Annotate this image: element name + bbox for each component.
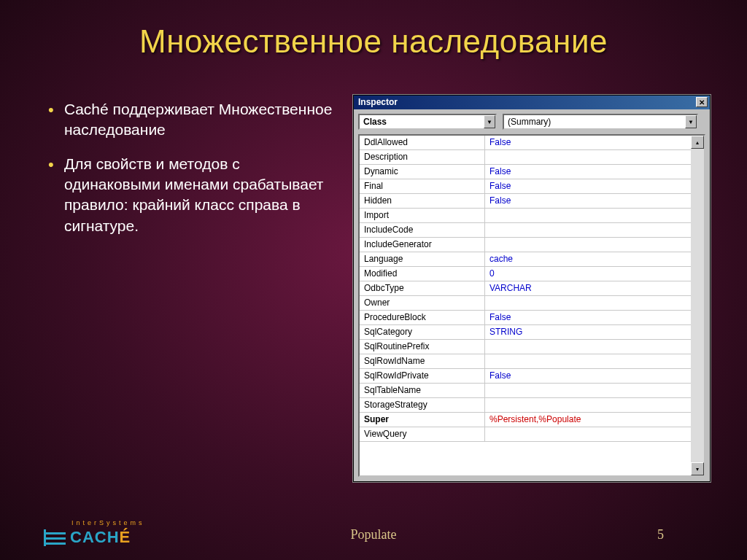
property-row[interactable]: SqlRowIdName bbox=[360, 354, 691, 369]
property-value bbox=[485, 354, 691, 368]
property-value: cache bbox=[485, 252, 691, 266]
cache-logo: InterSystems CACHÉ bbox=[44, 519, 145, 547]
property-row[interactable]: DdlAllowedFalse bbox=[360, 136, 691, 150]
property-key: Owner bbox=[360, 296, 485, 310]
bullet-item: Для свойств и методов с одинаковыми имен… bbox=[44, 154, 336, 236]
property-key: Super bbox=[360, 413, 485, 427]
property-key: OdbcType bbox=[360, 281, 485, 295]
logo-company: InterSystems bbox=[71, 519, 145, 526]
property-value bbox=[485, 340, 691, 354]
property-row[interactable]: DynamicFalse bbox=[360, 165, 691, 179]
property-value: %Persistent,%Populate bbox=[485, 413, 691, 427]
property-key: Final bbox=[360, 179, 485, 193]
property-row[interactable]: Languagecache bbox=[360, 252, 691, 267]
class-dropdown[interactable]: Class ▼ bbox=[358, 114, 497, 130]
property-row[interactable]: FinalFalse bbox=[360, 179, 691, 194]
class-dropdown-label: Class bbox=[360, 117, 484, 127]
property-value: False bbox=[485, 165, 691, 179]
property-value bbox=[485, 398, 691, 412]
property-value: False bbox=[485, 136, 691, 149]
property-row[interactable]: ProcedureBlockFalse bbox=[360, 311, 691, 325]
property-value bbox=[485, 209, 691, 222]
property-row[interactable]: Super%Persistent,%Populate bbox=[360, 413, 691, 427]
property-row[interactable]: SqlRowIdPrivateFalse bbox=[360, 369, 691, 384]
property-value: False bbox=[485, 369, 691, 383]
property-value: False bbox=[485, 179, 691, 193]
scroll-up-icon[interactable]: ▴ bbox=[691, 136, 704, 149]
footer-page-number: 5 bbox=[657, 527, 664, 542]
property-key: SqlCategory bbox=[360, 325, 485, 339]
property-key: Hidden bbox=[360, 194, 485, 208]
close-icon[interactable]: ✕ bbox=[696, 97, 708, 107]
property-value bbox=[485, 150, 691, 164]
logo-bars-icon bbox=[44, 531, 66, 545]
property-key: SqlTableName bbox=[360, 384, 485, 397]
property-value: False bbox=[485, 194, 691, 208]
property-value: False bbox=[485, 311, 691, 324]
property-row[interactable]: IncludeCode bbox=[360, 223, 691, 238]
inspector-toolbar: Class ▼ (Summary) ▼ bbox=[354, 109, 710, 134]
inspector-window: Inspector ✕ Class ▼ (Summary) ▼ DdlAllow… bbox=[353, 95, 711, 482]
property-value: STRING bbox=[485, 325, 691, 339]
property-value bbox=[485, 223, 691, 237]
property-key: SqlRowIdPrivate bbox=[360, 369, 485, 383]
property-key: Modified bbox=[360, 267, 485, 281]
property-value bbox=[485, 238, 691, 252]
property-key: Language bbox=[360, 252, 485, 266]
property-key: Description bbox=[360, 150, 485, 164]
property-value bbox=[485, 296, 691, 310]
bullet-list: Caché поддерживает Множественное наследо… bbox=[44, 95, 336, 249]
property-row[interactable]: IncludeGenerator bbox=[360, 238, 691, 252]
property-key: SqlRoutinePrefix bbox=[360, 340, 485, 354]
property-key: StorageStrategy bbox=[360, 398, 485, 412]
property-key: SqlRowIdName bbox=[360, 354, 485, 368]
property-row[interactable]: Import bbox=[360, 209, 691, 223]
inspector-titlebar[interactable]: Inspector ✕ bbox=[354, 96, 710, 109]
scroll-down-icon[interactable]: ▾ bbox=[691, 462, 704, 475]
property-key: IncludeCode bbox=[360, 223, 485, 237]
property-row[interactable]: SqlTableName bbox=[360, 384, 691, 398]
property-row[interactable]: Owner bbox=[360, 296, 691, 311]
property-key: Import bbox=[360, 209, 485, 222]
property-row[interactable]: OdbcTypeVARCHAR bbox=[360, 281, 691, 296]
property-row[interactable]: StorageStrategy bbox=[360, 398, 691, 413]
content-area: Caché поддерживает Множественное наследо… bbox=[0, 60, 747, 482]
vertical-scrollbar[interactable]: ▴ ▾ bbox=[691, 136, 704, 475]
property-row[interactable]: Description bbox=[360, 150, 691, 165]
property-key: IncludeGenerator bbox=[360, 238, 485, 252]
property-key: DdlAllowed bbox=[360, 136, 485, 149]
chevron-down-icon[interactable]: ▼ bbox=[685, 115, 697, 128]
property-key: Dynamic bbox=[360, 165, 485, 179]
logo-product: CACHÉ bbox=[70, 528, 131, 547]
property-row[interactable]: HiddenFalse bbox=[360, 194, 691, 209]
property-row[interactable]: Modified0 bbox=[360, 267, 691, 281]
footer-label: Populate bbox=[351, 527, 397, 542]
property-value: 0 bbox=[485, 267, 691, 281]
bullet-item: Caché поддерживает Множественное наследо… bbox=[44, 99, 336, 141]
property-value: VARCHAR bbox=[485, 281, 691, 295]
summary-dropdown-label: (Summary) bbox=[504, 117, 685, 127]
property-row[interactable]: ViewQuery bbox=[360, 427, 691, 442]
property-row[interactable]: SqlRoutinePrefix bbox=[360, 340, 691, 354]
property-row[interactable]: SqlCategorySTRING bbox=[360, 325, 691, 340]
slide-title: Множественное наследование bbox=[0, 0, 747, 60]
property-grid: DdlAllowedFalseDescriptionDynamicFalseFi… bbox=[360, 136, 691, 442]
property-key: ProcedureBlock bbox=[360, 311, 485, 324]
inspector-title-text: Inspector bbox=[358, 97, 398, 107]
chevron-down-icon[interactable]: ▼ bbox=[484, 115, 495, 128]
property-value bbox=[485, 384, 691, 397]
property-key: ViewQuery bbox=[360, 427, 485, 441]
property-grid-wrap: DdlAllowedFalseDescriptionDynamicFalseFi… bbox=[358, 134, 705, 477]
summary-dropdown[interactable]: (Summary) ▼ bbox=[503, 114, 698, 130]
property-value bbox=[485, 427, 691, 441]
